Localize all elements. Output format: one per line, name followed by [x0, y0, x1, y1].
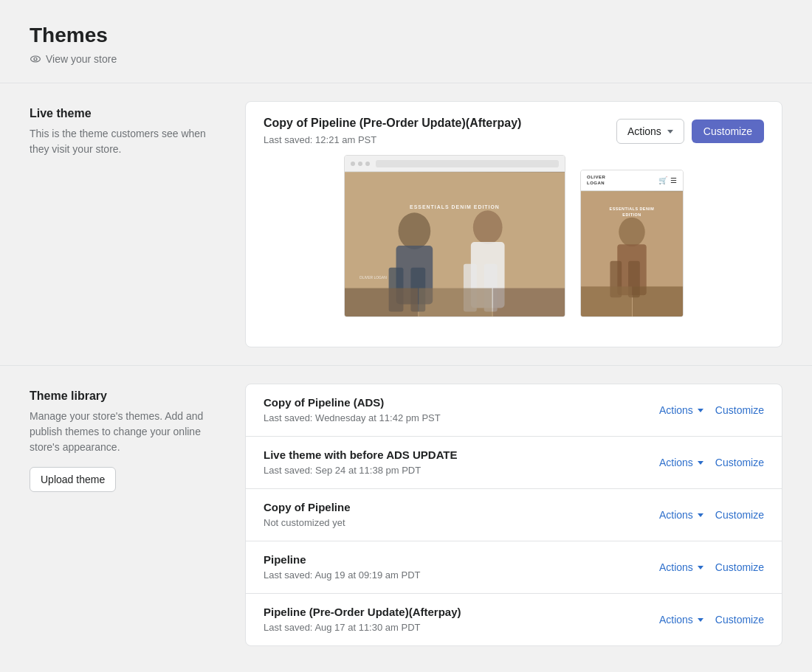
theme-customize-button-1[interactable]: Customize — [715, 457, 764, 468]
url-bar — [376, 160, 559, 167]
theme-name-2: Copy of Pipeline — [264, 501, 351, 513]
theme-customize-button-2[interactable]: Customize — [715, 509, 764, 521]
actions-text-2: Actions — [659, 509, 693, 521]
theme-list-item: Copy of Pipeline (ADS) Last saved: Wedne… — [246, 384, 782, 437]
live-theme-last-saved: Last saved: 12:21 am PST — [264, 134, 376, 145]
theme-item-info-0: Copy of Pipeline (ADS) Last saved: Wedne… — [264, 396, 441, 424]
svg-text:ESSENTIALS DENIM EDITION: ESSENTIALS DENIM EDITION — [410, 204, 500, 209]
live-theme-actions: Actions Customize — [616, 119, 764, 144]
live-theme-info: Copy of Pipeline (Pre-Order Update)(Afte… — [264, 117, 521, 146]
theme-name-1: Live theme with before ADS UPDATE — [264, 448, 458, 461]
theme-name-4: Pipeline (Pre-Order Update)(Afterpay) — [264, 606, 461, 618]
theme-saved-1: Last saved: Sep 24 at 11:38 pm PDT — [264, 465, 421, 476]
theme-library-section: Theme library Manage your store's themes… — [30, 384, 782, 646]
actions-text-3: Actions — [659, 561, 693, 573]
actions-chevron-2 — [698, 513, 703, 517]
theme-actions-button-1[interactable]: Actions — [659, 457, 703, 468]
theme-library-title: Theme library — [30, 389, 221, 403]
theme-item-actions-1: Actions Customize — [659, 457, 764, 468]
theme-item-actions-3: Actions Customize — [659, 561, 764, 573]
live-theme-actions-button[interactable]: Actions — [616, 119, 684, 144]
theme-name-0: Copy of Pipeline (ADS) — [264, 396, 441, 409]
actions-label: Actions — [627, 125, 661, 137]
theme-library-sidebar: Theme library Manage your store's themes… — [30, 384, 221, 646]
theme-saved-3: Last saved: Aug 19 at 09:19 am PDT — [264, 569, 420, 581]
preview-desktop: OLIVER LOGAN — [344, 155, 565, 317]
preview-mobile-icons: 🛒 ☰ — [658, 176, 677, 184]
theme-list-item: Pipeline Last saved: Aug 19 at 09:19 am … — [246, 541, 782, 594]
preview-container: OLIVER LOGAN — [344, 155, 684, 332]
preview-mobile: OLIVER LOGAN 🛒 ☰ — [580, 170, 684, 317]
theme-item-info-2: Copy of Pipeline Not customized yet — [264, 501, 351, 529]
svg-rect-12 — [345, 288, 418, 317]
mobile-store-line1: OLIVER — [587, 175, 605, 180]
chevron-down-icon — [667, 130, 673, 134]
theme-library-description: Manage your store's themes. Add and publ… — [30, 409, 221, 455]
theme-actions-button-4[interactable]: Actions — [659, 614, 703, 626]
top-divider — [0, 83, 812, 83]
theme-actions-button-0[interactable]: Actions — [659, 404, 703, 416]
page-title: Themes — [30, 24, 782, 47]
theme-item-info-3: Pipeline Last saved: Aug 19 at 09:19 am … — [264, 553, 420, 581]
actions-text-0: Actions — [659, 404, 693, 416]
theme-item-actions-2: Actions Customize — [659, 509, 764, 521]
theme-item-actions-0: Actions Customize — [659, 404, 764, 416]
svg-text:ESSENTIALS DENIM: ESSENTIALS DENIM — [610, 207, 655, 211]
dot-1 — [351, 162, 355, 166]
theme-item-info-4: Pipeline (Pre-Order Update)(Afterpay) La… — [264, 606, 461, 634]
theme-actions-button-3[interactable]: Actions — [659, 561, 703, 573]
theme-library-card: Copy of Pipeline (ADS) Last saved: Wedne… — [245, 384, 782, 646]
theme-customize-button-3[interactable]: Customize — [715, 561, 764, 573]
svg-point-0 — [31, 56, 41, 62]
theme-list-item: Live theme with before ADS UPDATE Last s… — [246, 437, 782, 489]
theme-item-info-1: Live theme with before ADS UPDATE Last s… — [264, 448, 458, 477]
dot-2 — [358, 162, 362, 166]
live-theme-sidebar: Live theme This is the theme customers s… — [30, 101, 221, 347]
live-theme-title: Live theme — [30, 107, 221, 120]
theme-saved-4: Last saved: Aug 17 at 11:30 am PDT — [264, 622, 420, 633]
theme-customize-button-0[interactable]: Customize — [715, 404, 764, 416]
live-theme-header: Copy of Pipeline (Pre-Order Update)(Afte… — [246, 102, 782, 155]
theme-list-item: Copy of Pipeline Not customized yet Acti… — [246, 489, 782, 541]
actions-chevron-3 — [698, 566, 703, 569]
live-theme-customize-button[interactable]: Customize — [692, 119, 764, 143]
preview-mobile-content: ESSENTIALS DENIM EDITION — [581, 191, 683, 317]
live-theme-card: Copy of Pipeline (Pre-Order Update)(Afte… — [245, 101, 782, 347]
theme-preview: OLIVER LOGAN — [246, 155, 782, 347]
svg-rect-23 — [581, 286, 632, 316]
svg-point-7 — [473, 210, 503, 244]
theme-saved-0: Last saved: Wednesday at 11:42 pm PST — [264, 412, 441, 423]
view-store-link[interactable]: View your store — [30, 53, 782, 65]
svg-point-17 — [619, 218, 644, 246]
theme-list-item: Pipeline (Pre-Order Update)(Afterpay) La… — [246, 594, 782, 645]
svg-text:OLIVER LOGAN: OLIVER LOGAN — [359, 276, 387, 280]
svg-point-1 — [34, 58, 37, 60]
theme-item-actions-4: Actions Customize — [659, 614, 764, 626]
preview-svg: ESSENTIALS DENIM EDITION OLIVER LOGAN — [345, 172, 565, 317]
actions-text-1: Actions — [659, 457, 693, 468]
mobile-store-line2: LOGAN — [587, 181, 605, 186]
actions-chevron-0 — [698, 409, 703, 412]
theme-customize-button-4[interactable]: Customize — [715, 614, 764, 626]
live-theme-description: This is the theme customers see when the… — [30, 126, 221, 157]
actions-chevron-1 — [698, 461, 703, 465]
theme-name-3: Pipeline — [264, 553, 420, 566]
menu-icon: ☰ — [670, 176, 677, 184]
live-theme-name: Copy of Pipeline (Pre-Order Update)(Afte… — [264, 117, 521, 130]
theme-actions-button-2[interactable]: Actions — [659, 509, 703, 521]
live-theme-section: Live theme This is the theme customers s… — [30, 101, 782, 347]
upload-theme-button[interactable]: Upload theme — [30, 467, 116, 492]
theme-library-content: Copy of Pipeline (ADS) Last saved: Wedne… — [245, 384, 782, 646]
svg-point-3 — [399, 212, 431, 249]
svg-text:EDITION: EDITION — [622, 212, 641, 217]
live-theme-content: Copy of Pipeline (Pre-Order Update)(Afte… — [245, 101, 782, 347]
actions-text-4: Actions — [659, 614, 693, 626]
preview-desktop-content: OLIVER LOGAN — [345, 172, 565, 317]
section-divider — [0, 365, 812, 366]
preview-mobile-topbar: OLIVER LOGAN 🛒 ☰ — [581, 170, 683, 191]
mobile-preview-svg: ESSENTIALS DENIM EDITION — [581, 191, 683, 317]
theme-saved-2: Not customized yet — [264, 517, 345, 528]
view-store-text: View your store — [46, 53, 117, 65]
svg-rect-13 — [419, 288, 492, 317]
preview-topbar — [345, 156, 565, 172]
